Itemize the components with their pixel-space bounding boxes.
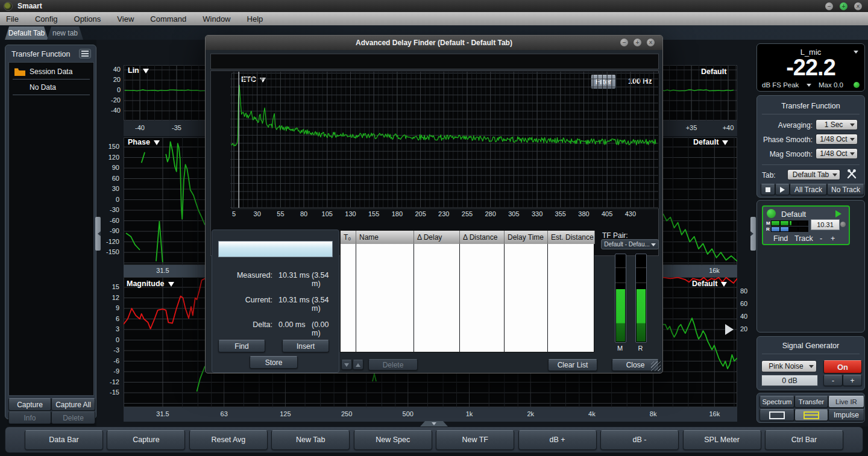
close-window-icon[interactable]: × xyxy=(854,2,862,10)
bottom-bar-button-data-bar[interactable]: Data Bar xyxy=(25,430,103,450)
current-m-value: (3.54 m) xyxy=(312,296,339,313)
dialog-titlebar[interactable]: Advanced Delay Finder (Default - Default… xyxy=(206,36,662,50)
level-plus-button[interactable]: + xyxy=(843,375,862,386)
tab-new-tab[interactable]: new tab xyxy=(47,27,83,40)
mode-transfer-button[interactable]: Transfer xyxy=(794,396,828,408)
layout-split-pane-button[interactable] xyxy=(794,409,828,421)
left-panel-collapse-handle[interactable] xyxy=(95,217,101,251)
generator-source-value: Pink Noise xyxy=(769,362,803,370)
tick-label: 120 xyxy=(101,154,119,161)
play-button[interactable] xyxy=(775,184,790,195)
table-column-divider xyxy=(547,244,548,352)
tab-dropdown[interactable]: Default Tab xyxy=(787,169,840,180)
etc-type-dropdown[interactable]: ETC xyxy=(241,75,266,86)
delay-list-table[interactable]: T₀NameΔ DelayΔ DistanceDelay TimeEst. Di… xyxy=(340,230,594,352)
stop-button[interactable] xyxy=(761,184,775,195)
coherence-marker-arrow-icon[interactable] xyxy=(725,324,739,335)
tree-item-session-data[interactable]: Session Data xyxy=(30,67,72,76)
menu-item-options[interactable]: Options xyxy=(74,14,101,23)
chevron-down-icon[interactable] xyxy=(807,84,811,89)
menu-item-config[interactable]: Config xyxy=(35,14,58,23)
tab-tools-icon[interactable] xyxy=(846,169,857,180)
dialog-zoom-icon[interactable]: + xyxy=(634,39,641,46)
live-ir-type-dropdown[interactable]: Lin xyxy=(128,66,149,77)
measured-label: Measured: xyxy=(212,271,272,280)
phase-trace-dropdown[interactable]: Default xyxy=(693,138,728,148)
magnitude-type-dropdown[interactable]: Magnitude xyxy=(127,280,174,290)
generator-source-dropdown[interactable]: Pink Noise xyxy=(761,360,817,372)
bottom-bar-button-new-tab[interactable]: New Tab xyxy=(271,430,350,450)
measurement-item-default[interactable]: Default M R 10.31 Find Track - + xyxy=(762,205,850,245)
menu-item-view[interactable]: View xyxy=(117,14,134,23)
phase-type-dropdown[interactable]: Phase xyxy=(128,138,160,148)
measurement-track-button[interactable]: Track xyxy=(794,234,813,243)
table-header-cell[interactable]: Δ Distance xyxy=(460,231,505,244)
filter-button[interactable]: Filter xyxy=(591,75,616,89)
bottom-bar-button-spl-meter[interactable]: SPL Meter xyxy=(683,430,761,450)
mode-live-ir-button[interactable]: Live IR xyxy=(828,396,864,408)
measurement-play-icon[interactable] xyxy=(835,210,845,217)
zoom-window-icon[interactable]: + xyxy=(840,2,848,10)
dialog-close-icon[interactable]: × xyxy=(647,39,655,46)
menu-item-window[interactable]: Window xyxy=(203,14,230,23)
bottom-bar-button-reset-avg[interactable]: Reset Avg xyxy=(189,430,268,450)
etc-plot[interactable] xyxy=(231,73,659,209)
right-panel-collapse-handle[interactable] xyxy=(750,217,756,251)
tab-default-tab[interactable]: Default Tab xyxy=(5,27,48,40)
bottom-bar-button-new-tf[interactable]: New TF xyxy=(436,430,514,450)
hamburger-menu-icon[interactable] xyxy=(79,49,91,58)
tf-pair-dropdown[interactable]: Default - Defau... xyxy=(601,239,659,249)
delete-row-button[interactable]: Delete xyxy=(368,359,418,370)
move-up-button[interactable] xyxy=(353,360,363,370)
generator-level-value[interactable]: 0 dB xyxy=(761,375,818,386)
table-header-cell[interactable]: Δ Delay xyxy=(414,231,460,244)
meter-unit-dropdown[interactable]: dB FS Peak xyxy=(762,81,799,89)
bottom-bar-button-capture[interactable]: Capture xyxy=(107,430,185,450)
tree-item-no-data[interactable]: No Data xyxy=(30,83,56,92)
table-header-cell[interactable]: Est. Distance xyxy=(548,231,595,244)
magnitude-trace-dropdown[interactable]: Default xyxy=(692,280,727,290)
level-minus-button[interactable]: - xyxy=(823,375,843,386)
all-track-button[interactable]: All Track xyxy=(790,184,827,195)
clear-list-button[interactable]: Clear List xyxy=(548,359,597,371)
delete-button[interactable]: Delete xyxy=(51,411,95,424)
dialog-minimize-icon[interactable]: – xyxy=(620,39,628,46)
bottom-bar-button-db-plus[interactable]: dB + xyxy=(518,430,597,450)
current-label: Current: xyxy=(212,296,272,304)
delay-minus-button[interactable]: - xyxy=(820,234,822,243)
mode-spectrum-button[interactable]: Spectrum xyxy=(760,396,794,408)
layout-single-pane-button[interactable] xyxy=(760,409,794,421)
capture-all-button[interactable]: Capture All xyxy=(51,398,95,411)
store-button[interactable]: Store xyxy=(250,356,298,369)
delay-plus-button[interactable]: + xyxy=(831,234,835,243)
measurement-find-button[interactable]: Find xyxy=(773,234,788,243)
delay-value-box[interactable]: 10.31 xyxy=(811,219,840,230)
phase-smooth-dropdown[interactable]: 1/48 Oct xyxy=(816,134,858,145)
insert-button[interactable]: Insert xyxy=(282,340,329,352)
mag-smooth-dropdown[interactable]: 1/48 Oct xyxy=(816,148,858,159)
bottom-bar-button-new-spec[interactable]: New Spec xyxy=(354,430,432,450)
minimize-icon[interactable]: – xyxy=(825,2,833,10)
tick-label: -3 xyxy=(101,346,119,354)
measurement-active-indicator[interactable] xyxy=(767,209,776,218)
menu-item-command[interactable]: Command xyxy=(150,14,186,23)
no-track-button[interactable]: No Track xyxy=(827,184,864,195)
input-meter-box: L_mic -22.2 dB FS Peak Max 0.0 xyxy=(756,43,865,92)
bottom-bar-button-ctrl-bar[interactable]: Ctrl Bar xyxy=(765,430,843,450)
bottom-bar-button-db-minus[interactable]: dB - xyxy=(600,430,679,450)
averaging-dropdown[interactable]: 1 Sec xyxy=(816,119,858,130)
chevron-down-icon xyxy=(721,282,727,290)
generator-on-button[interactable]: On xyxy=(823,360,862,373)
menu-item-file[interactable]: File xyxy=(6,14,19,23)
move-down-button[interactable] xyxy=(341,360,352,370)
info-button[interactable]: Info xyxy=(8,411,51,424)
mag-smooth-value: 1/48 Oct xyxy=(820,149,847,158)
mode-impulse-button[interactable]: Impulse xyxy=(828,409,864,421)
find-button[interactable]: Find xyxy=(218,340,265,352)
resize-grip-icon[interactable] xyxy=(651,361,661,371)
menu-item-help[interactable]: Help xyxy=(247,14,263,23)
table-header-cell[interactable]: Delay Time xyxy=(505,231,548,244)
table-header-cell[interactable]: T₀ xyxy=(341,231,356,244)
table-header-cell[interactable]: Name xyxy=(356,231,414,244)
capture-button[interactable]: Capture xyxy=(8,398,51,411)
